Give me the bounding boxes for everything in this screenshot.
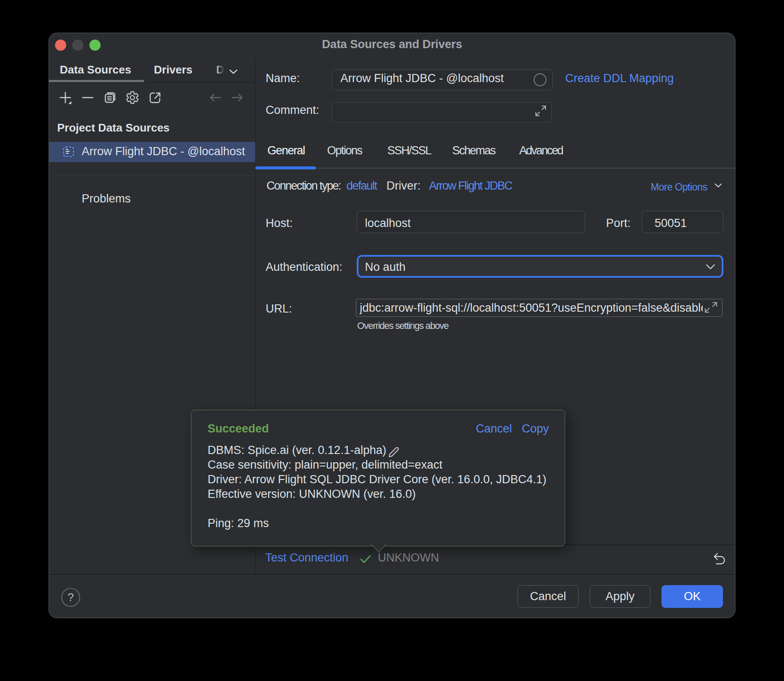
svg-text:?: ? — [67, 591, 74, 604]
